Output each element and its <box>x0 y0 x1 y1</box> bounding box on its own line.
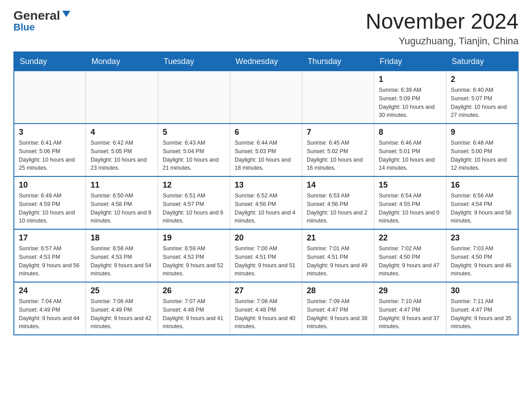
day-number: 30 <box>451 286 513 295</box>
day-number: 29 <box>379 286 442 295</box>
calendar-cell: 20Sunrise: 7:00 AM Sunset: 4:51 PM Dayli… <box>230 229 302 282</box>
calendar-cell: 27Sunrise: 7:08 AM Sunset: 4:48 PM Dayli… <box>230 282 302 335</box>
calendar-cell: 22Sunrise: 7:02 AM Sunset: 4:50 PM Dayli… <box>374 229 446 282</box>
day-info: Sunrise: 7:08 AM Sunset: 4:48 PM Dayligh… <box>235 297 297 331</box>
day-number: 14 <box>307 180 369 190</box>
day-number: 8 <box>379 128 442 137</box>
day-info: Sunrise: 7:07 AM Sunset: 4:48 PM Dayligh… <box>163 297 225 331</box>
day-number: 1 <box>379 75 442 84</box>
calendar-cell: 7Sunrise: 6:45 AM Sunset: 5:02 PM Daylig… <box>302 124 374 176</box>
day-info: Sunrise: 6:54 AM Sunset: 4:55 PM Dayligh… <box>379 192 442 225</box>
day-info: Sunrise: 6:40 AM Sunset: 5:07 PM Dayligh… <box>451 86 513 120</box>
calendar-cell: 19Sunrise: 6:59 AM Sunset: 4:52 PM Dayli… <box>158 229 230 282</box>
day-number: 16 <box>451 180 513 190</box>
calendar-cell: 9Sunrise: 6:48 AM Sunset: 5:00 PM Daylig… <box>446 124 518 176</box>
month-year-title: November 2024 <box>365 9 519 34</box>
calendar-cell: 3Sunrise: 6:41 AM Sunset: 5:06 PM Daylig… <box>14 124 86 176</box>
day-info: Sunrise: 6:50 AM Sunset: 4:58 PM Dayligh… <box>90 192 153 225</box>
day-number: 28 <box>307 286 369 295</box>
calendar-cell: 13Sunrise: 6:52 AM Sunset: 4:56 PM Dayli… <box>230 176 302 229</box>
logo-general: General <box>13 9 60 22</box>
calendar-cell <box>158 71 230 124</box>
calendar-cell: 18Sunrise: 6:58 AM Sunset: 4:53 PM Dayli… <box>86 229 158 282</box>
day-info: Sunrise: 6:39 AM Sunset: 5:09 PM Dayligh… <box>379 86 442 120</box>
day-info: Sunrise: 6:53 AM Sunset: 4:56 PM Dayligh… <box>307 192 369 225</box>
day-info: Sunrise: 7:02 AM Sunset: 4:50 PM Dayligh… <box>379 244 442 278</box>
day-number: 26 <box>163 286 225 295</box>
day-number: 9 <box>451 128 513 137</box>
day-number: 17 <box>19 233 81 243</box>
day-info: Sunrise: 6:57 AM Sunset: 4:53 PM Dayligh… <box>19 244 81 278</box>
calendar-cell: 29Sunrise: 7:10 AM Sunset: 4:47 PM Dayli… <box>374 282 446 335</box>
calendar-cell <box>14 71 86 124</box>
calendar-cell: 21Sunrise: 7:01 AM Sunset: 4:51 PM Dayli… <box>302 229 374 282</box>
calendar-table: SundayMondayTuesdayWednesdayThursdayFrid… <box>13 51 519 335</box>
calendar-cell: 2Sunrise: 6:40 AM Sunset: 5:07 PM Daylig… <box>446 71 518 124</box>
day-number: 22 <box>379 233 442 243</box>
calendar-cell: 30Sunrise: 7:11 AM Sunset: 4:47 PM Dayli… <box>446 282 518 335</box>
day-info: Sunrise: 6:56 AM Sunset: 4:54 PM Dayligh… <box>451 192 513 225</box>
calendar-cell: 24Sunrise: 7:04 AM Sunset: 4:49 PM Dayli… <box>14 282 86 335</box>
day-number: 2 <box>451 75 513 84</box>
calendar-cell: 14Sunrise: 6:53 AM Sunset: 4:56 PM Dayli… <box>302 176 374 229</box>
calendar-cell: 1Sunrise: 6:39 AM Sunset: 5:09 PM Daylig… <box>374 71 446 124</box>
day-number: 4 <box>90 128 153 137</box>
title-block: November 2024 Yuguzhuang, Tianjin, China <box>365 9 519 47</box>
calendar-cell: 23Sunrise: 7:03 AM Sunset: 4:50 PM Dayli… <box>446 229 518 282</box>
day-info: Sunrise: 6:58 AM Sunset: 4:53 PM Dayligh… <box>90 244 153 278</box>
weekday-header-wednesday: Wednesday <box>230 52 302 71</box>
day-number: 6 <box>235 128 297 137</box>
calendar-cell: 16Sunrise: 6:56 AM Sunset: 4:54 PM Dayli… <box>446 176 518 229</box>
calendar-cell: 17Sunrise: 6:57 AM Sunset: 4:53 PM Dayli… <box>14 229 86 282</box>
calendar-cell: 11Sunrise: 6:50 AM Sunset: 4:58 PM Dayli… <box>86 176 158 229</box>
day-info: Sunrise: 7:11 AM Sunset: 4:47 PM Dayligh… <box>451 297 513 331</box>
day-info: Sunrise: 6:45 AM Sunset: 5:02 PM Dayligh… <box>307 139 369 172</box>
day-info: Sunrise: 6:43 AM Sunset: 5:04 PM Dayligh… <box>163 139 225 172</box>
day-info: Sunrise: 6:48 AM Sunset: 5:00 PM Dayligh… <box>451 139 513 172</box>
day-info: Sunrise: 7:04 AM Sunset: 4:49 PM Dayligh… <box>19 297 81 331</box>
calendar-cell: 4Sunrise: 6:42 AM Sunset: 5:05 PM Daylig… <box>86 124 158 176</box>
weekday-header-saturday: Saturday <box>446 52 518 71</box>
day-number: 23 <box>451 233 513 243</box>
calendar-week-row: 1Sunrise: 6:39 AM Sunset: 5:09 PM Daylig… <box>14 71 518 124</box>
logo: General Blue <box>13 9 71 33</box>
calendar-cell: 8Sunrise: 6:46 AM Sunset: 5:01 PM Daylig… <box>374 124 446 176</box>
calendar-cell: 28Sunrise: 7:09 AM Sunset: 4:47 PM Dayli… <box>302 282 374 335</box>
calendar-cell <box>302 71 374 124</box>
day-info: Sunrise: 7:03 AM Sunset: 4:50 PM Dayligh… <box>451 244 513 278</box>
calendar-week-row: 10Sunrise: 6:49 AM Sunset: 4:59 PM Dayli… <box>14 176 518 229</box>
weekday-header-sunday: Sunday <box>14 52 86 71</box>
weekday-header-monday: Monday <box>86 52 158 71</box>
day-number: 18 <box>90 233 153 243</box>
day-number: 10 <box>19 180 81 190</box>
day-number: 20 <box>235 233 297 243</box>
day-number: 12 <box>163 180 225 190</box>
day-number: 27 <box>235 286 297 295</box>
calendar-week-row: 24Sunrise: 7:04 AM Sunset: 4:49 PM Dayli… <box>14 282 518 335</box>
day-info: Sunrise: 6:41 AM Sunset: 5:06 PM Dayligh… <box>19 139 81 172</box>
day-number: 11 <box>90 180 153 190</box>
weekday-header-tuesday: Tuesday <box>158 52 230 71</box>
day-number: 25 <box>90 286 153 295</box>
day-info: Sunrise: 7:06 AM Sunset: 4:49 PM Dayligh… <box>90 297 153 331</box>
calendar-cell <box>230 71 302 124</box>
day-number: 5 <box>163 128 225 137</box>
day-info: Sunrise: 7:09 AM Sunset: 4:47 PM Dayligh… <box>307 297 369 331</box>
day-info: Sunrise: 6:44 AM Sunset: 5:03 PM Dayligh… <box>235 139 297 172</box>
calendar-cell: 25Sunrise: 7:06 AM Sunset: 4:49 PM Dayli… <box>86 282 158 335</box>
calendar-week-row: 17Sunrise: 6:57 AM Sunset: 4:53 PM Dayli… <box>14 229 518 282</box>
logo-blue: Blue <box>13 21 35 33</box>
day-info: Sunrise: 6:59 AM Sunset: 4:52 PM Dayligh… <box>163 244 225 278</box>
calendar-cell: 10Sunrise: 6:49 AM Sunset: 4:59 PM Dayli… <box>14 176 86 229</box>
day-info: Sunrise: 6:46 AM Sunset: 5:01 PM Dayligh… <box>379 139 442 172</box>
page-header: General Blue November 2024 Yuguzhuang, T… <box>13 9 519 47</box>
calendar-week-row: 3Sunrise: 6:41 AM Sunset: 5:06 PM Daylig… <box>14 124 518 176</box>
day-info: Sunrise: 6:42 AM Sunset: 5:05 PM Dayligh… <box>90 139 153 172</box>
day-info: Sunrise: 7:10 AM Sunset: 4:47 PM Dayligh… <box>379 297 442 331</box>
calendar-cell: 12Sunrise: 6:51 AM Sunset: 4:57 PM Dayli… <box>158 176 230 229</box>
calendar-header-row: SundayMondayTuesdayWednesdayThursdayFrid… <box>14 52 518 71</box>
day-number: 24 <box>19 286 81 295</box>
calendar-cell: 15Sunrise: 6:54 AM Sunset: 4:55 PM Dayli… <box>374 176 446 229</box>
svg-marker-0 <box>62 11 70 17</box>
day-number: 7 <box>307 128 369 137</box>
